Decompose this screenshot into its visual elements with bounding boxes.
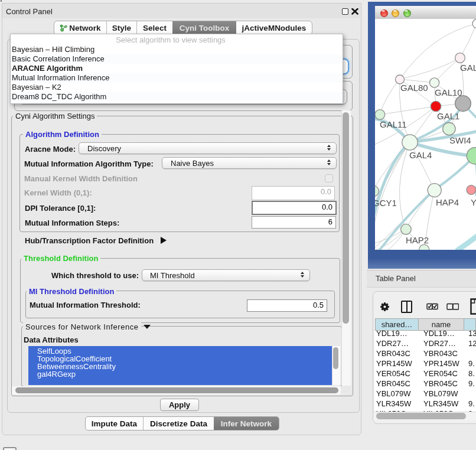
svg-text:GAL1: GAL1 bbox=[437, 111, 459, 121]
svg-text:GAL7: GAL7 bbox=[460, 63, 476, 73]
svg-text:GAL11: GAL11 bbox=[380, 119, 407, 129]
svg-text:SWI4: SWI4 bbox=[449, 135, 471, 145]
svg-text:HAP4: HAP4 bbox=[436, 197, 459, 207]
svg-text:GAL4: GAL4 bbox=[409, 150, 432, 160]
svg-text:GAL10: GAL10 bbox=[435, 87, 462, 97]
svg-text:HAP2: HAP2 bbox=[406, 235, 429, 245]
svg-text:GAL80: GAL80 bbox=[400, 83, 428, 93]
svg-text:YJ: YJ bbox=[471, 197, 476, 207]
svg-text:GCY1: GCY1 bbox=[375, 198, 397, 208]
